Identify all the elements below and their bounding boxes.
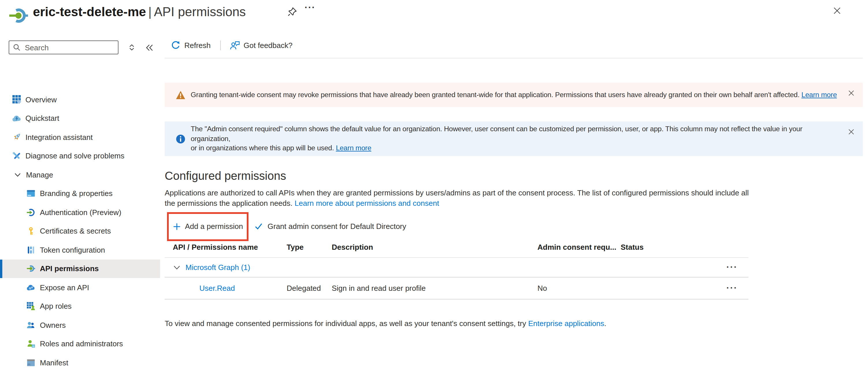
refresh-icon xyxy=(171,40,180,50)
sidebar: Overview Quickstart xyxy=(0,32,160,370)
permissions-consent-link[interactable]: Learn more about permissions and consent xyxy=(295,198,439,207)
sidebar-search[interactable] xyxy=(9,40,119,54)
people-icon xyxy=(27,321,36,330)
permissions-table: API / Permissions name Type Description … xyxy=(165,237,748,300)
permission-type: Delegated xyxy=(287,284,332,292)
expand-group-icon[interactable] xyxy=(173,263,181,271)
warning-icon xyxy=(176,90,186,100)
sidebar-item-branding[interactable]: www Branding & properties xyxy=(0,184,160,203)
sidebar-group-manage[interactable]: Manage xyxy=(0,165,160,184)
warning-learn-more-link[interactable]: Learn more xyxy=(802,91,837,99)
sidebar-item-api-permissions[interactable]: API permissions xyxy=(0,259,160,278)
info-banner: The "Admin consent required" column show… xyxy=(165,121,863,156)
api-permissions-blade: eric-test-delete-me|API permissions ··· xyxy=(0,0,868,370)
grid-person-icon xyxy=(27,302,36,311)
col-admin-consent: Admin consent requ... xyxy=(537,243,621,251)
sidebar-item-expose-api[interactable]: Expose an API xyxy=(0,278,160,297)
grant-admin-consent-button[interactable]: Grant admin consent for Default Director… xyxy=(254,222,406,231)
chevron-down-icon xyxy=(14,171,21,179)
api-permissions-icon xyxy=(27,265,36,273)
svg-text:{ }: { } xyxy=(28,363,30,366)
permission-admin-consent: No xyxy=(537,284,621,292)
info-close-icon[interactable] xyxy=(848,128,855,135)
plus-icon xyxy=(173,222,181,230)
info-learn-more-link[interactable]: Learn more xyxy=(336,144,371,152)
feedback-button[interactable]: Got feedback? xyxy=(230,40,292,50)
quickstart-icon xyxy=(12,114,21,123)
warning-close-icon[interactable] xyxy=(848,90,855,97)
refresh-button[interactable]: Refresh xyxy=(171,40,211,50)
table-header-row: API / Permissions name Type Description … xyxy=(165,237,748,258)
app-name: eric-test-delete-me xyxy=(33,5,146,19)
sidebar-item-roles-administrators[interactable]: Roles and administrators xyxy=(0,334,160,353)
overview-icon xyxy=(12,95,21,104)
sidebar-item-owners[interactable]: Owners xyxy=(0,316,160,334)
svg-text:www: www xyxy=(27,195,31,196)
expand-collapse-all-icon[interactable] xyxy=(128,43,136,52)
user-read-link[interactable]: User.Read xyxy=(199,284,235,292)
permission-description: Sign in and read user profile xyxy=(332,284,537,292)
collapse-menu-icon[interactable] xyxy=(145,43,154,52)
api-permissions-app-icon xyxy=(9,6,28,25)
col-type: Type xyxy=(287,243,332,251)
info-icon xyxy=(176,134,186,144)
sidebar-nav: Overview Quickstart xyxy=(0,90,160,370)
page-title: eric-test-delete-me|API permissions xyxy=(33,5,246,20)
microsoft-graph-link[interactable]: Microsoft Graph (1) xyxy=(186,263,250,272)
rocket-icon xyxy=(12,133,21,142)
person-cube-icon xyxy=(27,340,36,348)
col-description: Description xyxy=(332,243,537,251)
manifest-icon: { } xyxy=(27,359,36,367)
warning-text: Granting tenant-wide consent may revoke … xyxy=(191,90,857,100)
section-description: Applications are authorized to call APIs… xyxy=(165,188,760,208)
sidebar-item-certificates[interactable]: Certificates & secrets xyxy=(0,222,160,241)
close-blade-icon[interactable] xyxy=(833,6,841,15)
warning-banner: Granting tenant-wide consent may revoke … xyxy=(165,83,863,107)
footer-note: To view and manage consented permissions… xyxy=(165,319,606,328)
section-title: Configured permissions xyxy=(165,169,286,183)
checkmark-icon xyxy=(254,222,263,231)
sidebar-item-quickstart[interactable]: Quickstart xyxy=(0,109,160,128)
row-more-icon[interactable]: ··· xyxy=(726,282,738,292)
feedback-icon xyxy=(230,40,240,50)
col-status: Status xyxy=(621,243,748,251)
sidebar-item-overview[interactable]: Overview xyxy=(0,90,160,109)
blade-name: API permissions xyxy=(154,5,246,19)
more-commands-icon[interactable]: ··· xyxy=(305,2,315,13)
pin-icon[interactable] xyxy=(287,6,298,17)
auth-arrow-icon xyxy=(27,208,36,217)
cloud-gears-icon xyxy=(27,283,36,292)
enterprise-applications-link[interactable]: Enterprise applications xyxy=(528,319,604,328)
tools-icon xyxy=(12,151,21,161)
command-bar: Refresh Got feedback? xyxy=(165,32,863,58)
sidebar-item-authentication[interactable]: Authentication (Preview) xyxy=(0,203,160,222)
command-divider xyxy=(220,40,220,50)
blade-header: eric-test-delete-me|API permissions ··· xyxy=(0,0,868,32)
add-permission-button[interactable]: Add a permission xyxy=(173,222,243,231)
group-more-icon[interactable]: ··· xyxy=(726,261,738,271)
col-api-permissions-name: API / Permissions name xyxy=(165,243,287,251)
info-text: The "Admin consent required" column show… xyxy=(191,125,863,153)
sidebar-item-app-roles[interactable]: App roles xyxy=(0,297,160,316)
sidebar-item-manifest[interactable]: { } Manifest xyxy=(0,353,160,370)
sidebar-item-diagnose[interactable]: Diagnose and solve problems xyxy=(0,147,160,165)
sidebar-item-integration-assistant[interactable]: Integration assistant xyxy=(0,128,160,147)
search-icon xyxy=(13,43,21,52)
key-icon xyxy=(27,227,36,236)
sidebar-item-token-configuration[interactable]: Token configuration xyxy=(0,241,160,259)
permission-row: User.Read Delegated Sign in and read use… xyxy=(165,278,748,300)
browser-window-icon: www xyxy=(27,189,36,198)
sliders-icon xyxy=(27,246,36,254)
blade-content: Refresh Got feedback? xyxy=(165,32,863,370)
api-group-row: Microsoft Graph (1) ··· xyxy=(165,258,748,278)
search-input[interactable] xyxy=(24,42,118,52)
